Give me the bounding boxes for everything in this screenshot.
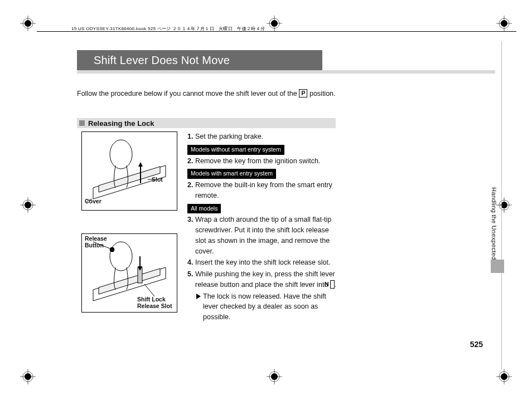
crop-mark-icon [496, 369, 512, 384]
square-bullet-icon [79, 120, 85, 126]
gear-n-box: N [330, 280, 335, 289]
crop-mark-icon [20, 369, 36, 384]
callout-release-button: Release Button [85, 236, 113, 248]
step-1: 1. Set the parking brake. [187, 131, 338, 142]
document-page: 15 US ODYSSEY-31TK86400.book 525 ページ ２０１… [10, 8, 522, 392]
intro-paragraph: Follow the procedure below if you cannot… [77, 89, 423, 99]
step-3: 3. Wrap a cloth around the tip of a smal… [187, 214, 338, 256]
step-4: 4. Insert the key into the shift lock re… [187, 257, 338, 268]
svg-line-43 [144, 284, 154, 296]
header-rule [37, 31, 516, 32]
svg-marker-34 [138, 162, 143, 167]
page-title-block: Shift Lever Does Not Move [77, 50, 322, 70]
tag-models-with-smart: Models with smart entry system [187, 169, 276, 179]
title-underline [77, 70, 495, 74]
crop-mark-icon [20, 16, 36, 31]
subheading-text: Releasing the Lock [88, 119, 154, 128]
step-2b: 2. Remove the built-in key from the smar… [187, 180, 338, 201]
step-5-result: The lock is now released. Have the shift… [187, 291, 338, 323]
crop-mark-icon [20, 197, 36, 213]
step-5: 5. While pushing the key in, press the s… [187, 269, 338, 290]
svg-point-32 [110, 140, 132, 169]
crop-mark-icon [496, 16, 512, 31]
crop-mark-icon [496, 197, 512, 213]
step-2a: 2. Remove the key from the ignition swit… [187, 156, 338, 167]
section-tab-marker [491, 260, 504, 273]
intro-text-post: position. [307, 90, 335, 97]
section-tab-label: Handling the Unexpected [491, 187, 497, 260]
callout-cover: Cover [85, 198, 101, 205]
crop-mark-icon [267, 369, 282, 384]
section-subheading: Releasing the Lock [77, 118, 336, 128]
callout-shift-lock-release-slot: Shift Lock Release Slot [137, 296, 176, 309]
procedure-steps: 1. Set the parking brake. Models without… [187, 131, 338, 324]
crop-mark-icon [267, 16, 282, 31]
tag-models-without-smart: Models without smart entry system [187, 145, 284, 155]
svg-point-37 [110, 242, 132, 271]
intro-text-pre: Follow the procedure below if you cannot… [77, 90, 299, 97]
callout-slot: Slot [152, 177, 163, 183]
tag-all-models: All models [187, 204, 221, 214]
triangle-bullet-icon [196, 294, 201, 299]
page-number: 525 [470, 340, 483, 349]
trim-line [501, 41, 502, 370]
page-title: Shift Lever Does Not Move [77, 54, 230, 67]
gear-p-box: P [299, 89, 307, 97]
